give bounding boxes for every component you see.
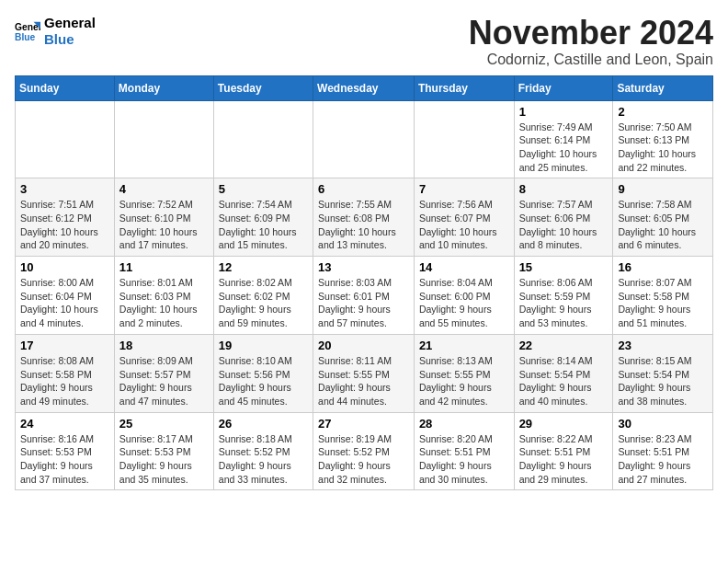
- logo-icon: General Blue: [15, 18, 40, 44]
- day-info: Sunrise: 7:51 AMSunset: 6:12 PMDaylight:…: [20, 198, 109, 252]
- day-info: Sunrise: 8:13 AMSunset: 5:55 PMDaylight:…: [419, 354, 509, 408]
- day-number: 26: [219, 417, 308, 431]
- day-info: Sunrise: 8:11 AMSunset: 5:55 PMDaylight:…: [318, 354, 409, 408]
- day-info: Sunrise: 7:57 AMSunset: 6:06 PMDaylight:…: [519, 198, 609, 252]
- calendar-cell: 17Sunrise: 8:08 AMSunset: 5:58 PMDayligh…: [16, 334, 115, 412]
- calendar-cell: 6Sunrise: 7:55 AMSunset: 6:08 PMDaylight…: [313, 178, 415, 257]
- day-info: Sunrise: 8:08 AMSunset: 5:58 PMDaylight:…: [20, 354, 109, 408]
- calendar-cell: 19Sunrise: 8:10 AMSunset: 5:56 PMDayligh…: [213, 334, 313, 412]
- calendar-cell: 23Sunrise: 8:15 AMSunset: 5:54 PMDayligh…: [613, 334, 713, 412]
- calendar-cell: [414, 100, 514, 178]
- day-number: 14: [419, 260, 509, 274]
- calendar-cell: [313, 100, 415, 178]
- calendar-cell: [114, 100, 213, 178]
- calendar-cell: 16Sunrise: 8:07 AMSunset: 5:58 PMDayligh…: [613, 257, 713, 335]
- day-header-thursday: Thursday: [414, 75, 514, 100]
- calendar-cell: [16, 100, 115, 178]
- calendar-week-1: 1Sunrise: 7:49 AMSunset: 6:14 PMDaylight…: [16, 100, 713, 178]
- day-number: 29: [519, 417, 609, 431]
- calendar-cell: 9Sunrise: 7:58 AMSunset: 6:05 PMDaylight…: [613, 178, 713, 257]
- day-number: 9: [618, 182, 708, 196]
- day-number: 3: [20, 182, 109, 196]
- day-number: 12: [219, 260, 308, 274]
- calendar-cell: 21Sunrise: 8:13 AMSunset: 5:55 PMDayligh…: [414, 334, 514, 412]
- day-number: 25: [119, 417, 209, 431]
- calendar-cell: [213, 100, 313, 178]
- day-number: 16: [618, 260, 708, 274]
- calendar-cell: 8Sunrise: 7:57 AMSunset: 6:06 PMDaylight…: [514, 178, 613, 257]
- day-header-monday: Monday: [114, 75, 213, 100]
- calendar-cell: 27Sunrise: 8:19 AMSunset: 5:52 PMDayligh…: [313, 412, 415, 490]
- day-info: Sunrise: 8:04 AMSunset: 6:00 PMDaylight:…: [419, 276, 509, 330]
- day-info: Sunrise: 8:17 AMSunset: 5:53 PMDaylight:…: [119, 432, 209, 487]
- day-number: 1: [519, 105, 609, 119]
- calendar-cell: 10Sunrise: 8:00 AMSunset: 6:04 PMDayligh…: [16, 257, 115, 335]
- day-info: Sunrise: 8:22 AMSunset: 5:51 PMDaylight:…: [519, 432, 609, 487]
- calendar-table: SundayMondayTuesdayWednesdayThursdayFrid…: [15, 75, 713, 491]
- calendar-week-4: 17Sunrise: 8:08 AMSunset: 5:58 PMDayligh…: [16, 334, 713, 412]
- calendar-week-5: 24Sunrise: 8:16 AMSunset: 5:53 PMDayligh…: [16, 412, 713, 490]
- day-number: 21: [419, 339, 509, 352]
- calendar-week-3: 10Sunrise: 8:00 AMSunset: 6:04 PMDayligh…: [16, 257, 713, 335]
- calendar-cell: 26Sunrise: 8:18 AMSunset: 5:52 PMDayligh…: [213, 412, 313, 490]
- day-info: Sunrise: 8:16 AMSunset: 5:53 PMDaylight:…: [20, 432, 109, 487]
- day-number: 2: [618, 105, 708, 119]
- day-header-sunday: Sunday: [16, 75, 115, 100]
- day-info: Sunrise: 8:20 AMSunset: 5:51 PMDaylight:…: [419, 432, 509, 487]
- day-info: Sunrise: 8:06 AMSunset: 5:59 PMDaylight:…: [519, 276, 609, 330]
- day-number: 30: [618, 417, 708, 431]
- day-number: 13: [318, 260, 409, 274]
- calendar-cell: 13Sunrise: 8:03 AMSunset: 6:01 PMDayligh…: [313, 257, 415, 335]
- day-info: Sunrise: 8:10 AMSunset: 5:56 PMDaylight:…: [219, 354, 308, 408]
- logo: General Blue General Blue: [15, 15, 96, 48]
- day-number: 23: [618, 339, 708, 352]
- day-info: Sunrise: 8:00 AMSunset: 6:04 PMDaylight:…: [20, 276, 109, 330]
- day-header-wednesday: Wednesday: [313, 75, 415, 100]
- logo-general: General: [44, 15, 96, 31]
- calendar-cell: 1Sunrise: 7:49 AMSunset: 6:14 PMDaylight…: [514, 100, 613, 178]
- calendar-cell: 20Sunrise: 8:11 AMSunset: 5:55 PMDayligh…: [313, 334, 415, 412]
- day-number: 20: [318, 339, 409, 352]
- day-info: Sunrise: 8:03 AMSunset: 6:01 PMDaylight:…: [318, 276, 409, 330]
- day-number: 5: [219, 182, 308, 196]
- day-number: 6: [318, 182, 409, 196]
- title-block: November 2024 Codorniz, Castille and Leo…: [469, 15, 713, 68]
- calendar-week-2: 3Sunrise: 7:51 AMSunset: 6:12 PMDaylight…: [16, 178, 713, 257]
- day-info: Sunrise: 8:14 AMSunset: 5:54 PMDaylight:…: [519, 354, 609, 408]
- calendar-cell: 5Sunrise: 7:54 AMSunset: 6:09 PMDaylight…: [213, 178, 313, 257]
- calendar-cell: 18Sunrise: 8:09 AMSunset: 5:57 PMDayligh…: [114, 334, 213, 412]
- location-subtitle: Codorniz, Castille and Leon, Spain: [469, 52, 713, 68]
- day-headers-row: SundayMondayTuesdayWednesdayThursdayFrid…: [16, 75, 713, 100]
- day-info: Sunrise: 7:54 AMSunset: 6:09 PMDaylight:…: [219, 198, 308, 252]
- calendar-cell: 2Sunrise: 7:50 AMSunset: 6:13 PMDaylight…: [613, 100, 713, 178]
- svg-text:Blue: Blue: [15, 32, 36, 42]
- calendar-cell: 12Sunrise: 8:02 AMSunset: 6:02 PMDayligh…: [213, 257, 313, 335]
- day-info: Sunrise: 8:01 AMSunset: 6:03 PMDaylight:…: [119, 276, 209, 330]
- calendar-cell: 4Sunrise: 7:52 AMSunset: 6:10 PMDaylight…: [114, 178, 213, 257]
- calendar-cell: 14Sunrise: 8:04 AMSunset: 6:00 PMDayligh…: [414, 257, 514, 335]
- day-info: Sunrise: 8:19 AMSunset: 5:52 PMDaylight:…: [318, 432, 409, 487]
- day-number: 15: [519, 260, 609, 274]
- day-info: Sunrise: 8:23 AMSunset: 5:51 PMDaylight:…: [618, 432, 708, 487]
- calendar-cell: 3Sunrise: 7:51 AMSunset: 6:12 PMDaylight…: [16, 178, 115, 257]
- day-number: 18: [119, 339, 209, 352]
- calendar-cell: 30Sunrise: 8:23 AMSunset: 5:51 PMDayligh…: [613, 412, 713, 490]
- day-info: Sunrise: 8:07 AMSunset: 5:58 PMDaylight:…: [618, 276, 708, 330]
- day-info: Sunrise: 8:15 AMSunset: 5:54 PMDaylight:…: [618, 354, 708, 408]
- logo-blue: Blue: [44, 31, 96, 48]
- calendar-cell: 22Sunrise: 8:14 AMSunset: 5:54 PMDayligh…: [514, 334, 613, 412]
- day-number: 27: [318, 417, 409, 431]
- day-header-tuesday: Tuesday: [213, 75, 313, 100]
- page-header: General Blue General Blue November 2024 …: [15, 15, 713, 68]
- day-info: Sunrise: 7:52 AMSunset: 6:10 PMDaylight:…: [119, 198, 209, 252]
- day-number: 24: [20, 417, 109, 431]
- calendar-cell: 29Sunrise: 8:22 AMSunset: 5:51 PMDayligh…: [514, 412, 613, 490]
- month-year-title: November 2024: [469, 15, 713, 52]
- day-header-saturday: Saturday: [613, 75, 713, 100]
- day-info: Sunrise: 8:09 AMSunset: 5:57 PMDaylight:…: [119, 354, 209, 408]
- calendar-cell: 15Sunrise: 8:06 AMSunset: 5:59 PMDayligh…: [514, 257, 613, 335]
- day-number: 28: [419, 417, 509, 431]
- day-number: 10: [20, 260, 109, 274]
- day-info: Sunrise: 8:02 AMSunset: 6:02 PMDaylight:…: [219, 276, 308, 330]
- calendar-cell: 25Sunrise: 8:17 AMSunset: 5:53 PMDayligh…: [114, 412, 213, 490]
